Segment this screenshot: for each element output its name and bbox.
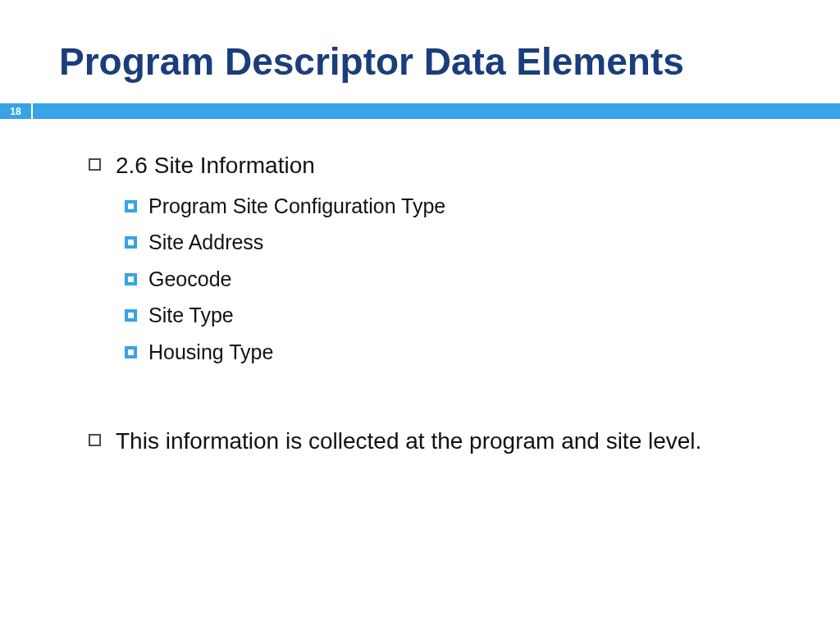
square-filled-bullet-icon [125,309,137,322]
square-filled-bullet-icon [125,273,137,285]
square-outline-bullet-icon [89,434,101,446]
slide-content: 2.6 Site Information Program Site Config… [89,150,791,457]
sub-list-item: Program Site Configuration Type [125,193,791,220]
sub-list-item: Site Type [125,302,791,329]
square-outline-bullet-icon [89,158,101,171]
sub-list-item: Site Address [125,229,791,256]
sub-list: Program Site Configuration Type Site Add… [125,193,791,366]
square-filled-bullet-icon [125,346,137,358]
square-filled-bullet-icon [125,236,137,249]
list-item: This information is collected at the pro… [89,426,791,457]
sub-list-item-text: Program Site Configuration Type [148,193,445,220]
sub-list-item-text: Geocode [148,266,231,293]
spacer [89,375,791,426]
page-number-badge: 18 [0,103,33,119]
sub-list-item-text: Housing Type [148,339,273,366]
list-item: 2.6 Site Information [89,150,791,181]
sub-list-item: Geocode [125,266,791,293]
sub-list-item: Housing Type [125,339,791,366]
list-item-text: 2.6 Site Information [116,150,315,181]
slide-title: Program Descriptor Data Elements [59,39,840,84]
accent-bar-row: 18 [0,103,840,119]
list-item-text: This information is collected at the pro… [116,426,701,457]
accent-bar [33,103,840,119]
sub-list-item-text: Site Address [148,229,263,256]
square-filled-bullet-icon [125,200,137,212]
sub-list-item-text: Site Type [148,302,234,329]
